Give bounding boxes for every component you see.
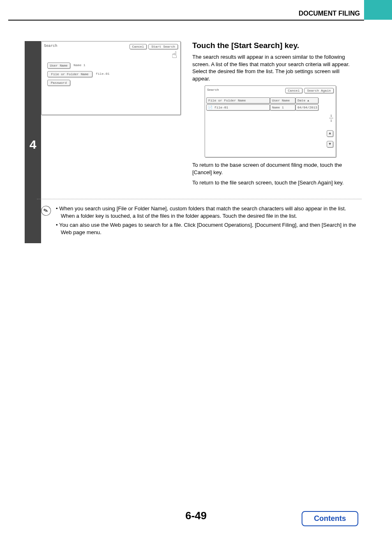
results-title: Search [207,88,219,93]
col-file-folder[interactable]: File or Folder Name [206,97,270,104]
result-file[interactable]: 📄 file-01 [206,104,270,111]
step-number: 4 [26,138,39,152]
note-item-1: When you search using [File or Folder Na… [56,205,357,220]
search-again-button[interactable]: Search Again [304,88,334,93]
cancel-button[interactable]: Cancel [129,44,147,49]
section-divider [37,199,362,199]
file-folder-value: file-01 [94,71,111,77]
page-header: DOCUMENT FILING [299,10,360,17]
col-user-name[interactable]: User Name [270,97,295,104]
sort-icon: ▲ [307,99,309,102]
results-panel: Search Cancel Search Again File or Folde… [205,85,336,157]
return-base-text: To return to the base screen of document… [192,161,357,176]
search-panel-title: Search [44,44,57,48]
page-indicator: 1 1 [329,114,333,122]
start-search-button[interactable]: Start Search [148,44,178,49]
col-date[interactable]: Date ▲ [295,97,318,104]
note-icon: ✎ [40,205,52,216]
contents-button[interactable]: Contents [302,511,358,526]
search-panel: Search Cancel Start Search ☝ User Name N… [41,41,181,115]
result-date: 04/04/2013 [295,104,318,111]
chapter-tab [364,0,392,20]
return-search-text: To return to the file search screen, tou… [192,179,357,187]
user-name-value: Name 1 [72,62,87,69]
touch-hand-icon: ☝ [172,50,177,61]
result-user: Name 1 [270,104,295,111]
step-description: The search results will appear in a scre… [192,53,357,82]
file-folder-name-button[interactable]: File or Folder Name [47,71,92,77]
note-item-2: You can also use the Web pages to search… [56,221,357,236]
step-title: Touch the [Start Search] key. [192,41,357,50]
results-cancel-button[interactable]: Cancel [285,88,303,93]
scroll-down-button[interactable]: ▼ [327,141,333,147]
user-name-button[interactable]: User Name [47,62,70,69]
scroll-up-button[interactable]: ▲ [327,130,333,137]
password-button[interactable]: Password [47,80,70,86]
header-rule [8,20,364,21]
notes-list: When you search using [File or Folder Na… [56,205,357,238]
